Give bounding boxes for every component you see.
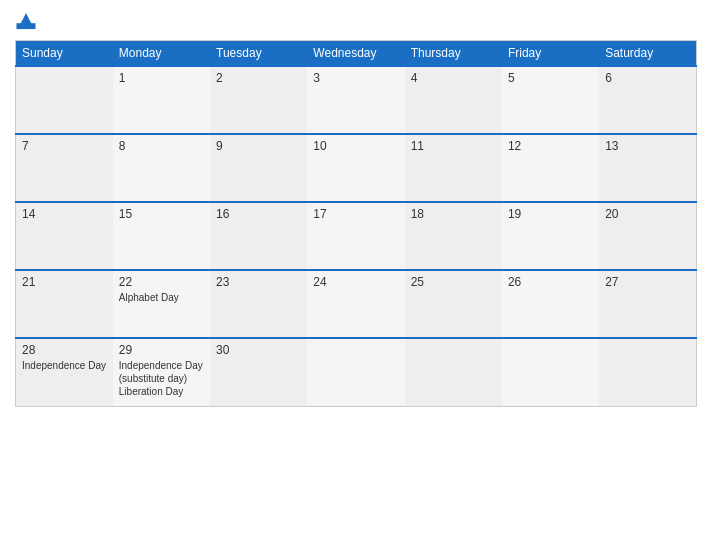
weekday-saturday: Saturday — [599, 41, 696, 67]
calendar-week-row: 123456 — [16, 66, 697, 134]
day-number: 13 — [605, 139, 690, 153]
day-number: 1 — [119, 71, 204, 85]
calendar-week-row: 2122Alphabet Day2324252627 — [16, 270, 697, 338]
day-number: 12 — [508, 139, 593, 153]
day-number: 30 — [216, 343, 301, 357]
calendar-cell: 19 — [502, 202, 599, 270]
day-number: 23 — [216, 275, 301, 289]
day-number: 16 — [216, 207, 301, 221]
calendar-cell: 23 — [210, 270, 307, 338]
event-label: (substitute day) — [119, 372, 204, 385]
event-label: Liberation Day — [119, 385, 204, 398]
day-number: 10 — [313, 139, 398, 153]
day-number: 15 — [119, 207, 204, 221]
calendar-cell: 10 — [307, 134, 404, 202]
day-number: 22 — [119, 275, 204, 289]
calendar-cell: 14 — [16, 202, 113, 270]
calendar-cell: 29Independence Day(substitute day)Libera… — [113, 338, 210, 406]
day-number: 24 — [313, 275, 398, 289]
calendar-cell: 22Alphabet Day — [113, 270, 210, 338]
calendar-cell: 12 — [502, 134, 599, 202]
calendar-cell: 21 — [16, 270, 113, 338]
calendar-cell: 16 — [210, 202, 307, 270]
day-number: 8 — [119, 139, 204, 153]
calendar-table: SundayMondayTuesdayWednesdayThursdayFrid… — [15, 40, 697, 407]
calendar-cell: 7 — [16, 134, 113, 202]
calendar-cell: 11 — [405, 134, 502, 202]
calendar-cell: 6 — [599, 66, 696, 134]
day-number: 18 — [411, 207, 496, 221]
calendar-cell: 4 — [405, 66, 502, 134]
event-label: Independence Day — [119, 359, 204, 372]
calendar-cell: 2 — [210, 66, 307, 134]
calendar-cell: 9 — [210, 134, 307, 202]
calendar-cell: 17 — [307, 202, 404, 270]
day-number: 27 — [605, 275, 690, 289]
calendar-cell: 20 — [599, 202, 696, 270]
calendar-cell: 25 — [405, 270, 502, 338]
day-number: 11 — [411, 139, 496, 153]
day-number: 5 — [508, 71, 593, 85]
calendar-cell — [599, 338, 696, 406]
calendar-cell: 26 — [502, 270, 599, 338]
svg-rect-2 — [16, 23, 35, 29]
calendar-page: SundayMondayTuesdayWednesdayThursdayFrid… — [0, 0, 712, 550]
event-label: Independence Day — [22, 359, 107, 372]
calendar-cell: 13 — [599, 134, 696, 202]
calendar-cell — [502, 338, 599, 406]
page-header — [15, 10, 697, 32]
day-number: 7 — [22, 139, 107, 153]
day-number: 20 — [605, 207, 690, 221]
day-number: 21 — [22, 275, 107, 289]
weekday-monday: Monday — [113, 41, 210, 67]
weekday-tuesday: Tuesday — [210, 41, 307, 67]
calendar-cell: 27 — [599, 270, 696, 338]
calendar-cell: 1 — [113, 66, 210, 134]
logo-icon — [15, 10, 37, 32]
day-number: 9 — [216, 139, 301, 153]
calendar-cell: 15 — [113, 202, 210, 270]
weekday-thursday: Thursday — [405, 41, 502, 67]
weekday-sunday: Sunday — [16, 41, 113, 67]
day-number: 19 — [508, 207, 593, 221]
weekday-header-row: SundayMondayTuesdayWednesdayThursdayFrid… — [16, 41, 697, 67]
calendar-cell: 5 — [502, 66, 599, 134]
calendar-cell — [405, 338, 502, 406]
calendar-week-row: 78910111213 — [16, 134, 697, 202]
day-number: 17 — [313, 207, 398, 221]
day-number: 2 — [216, 71, 301, 85]
calendar-cell: 24 — [307, 270, 404, 338]
calendar-cell: 8 — [113, 134, 210, 202]
day-number: 3 — [313, 71, 398, 85]
weekday-friday: Friday — [502, 41, 599, 67]
day-number: 29 — [119, 343, 204, 357]
day-number: 28 — [22, 343, 107, 357]
calendar-cell: 18 — [405, 202, 502, 270]
calendar-week-row: 28Independence Day29Independence Day(sub… — [16, 338, 697, 406]
calendar-cell — [307, 338, 404, 406]
calendar-cell: 28Independence Day — [16, 338, 113, 406]
day-number: 6 — [605, 71, 690, 85]
calendar-cell: 30 — [210, 338, 307, 406]
day-number: 25 — [411, 275, 496, 289]
day-number: 14 — [22, 207, 107, 221]
calendar-cell — [16, 66, 113, 134]
weekday-wednesday: Wednesday — [307, 41, 404, 67]
calendar-cell: 3 — [307, 66, 404, 134]
day-number: 4 — [411, 71, 496, 85]
day-number: 26 — [508, 275, 593, 289]
event-label: Alphabet Day — [119, 291, 204, 304]
calendar-week-row: 14151617181920 — [16, 202, 697, 270]
logo — [15, 10, 40, 32]
